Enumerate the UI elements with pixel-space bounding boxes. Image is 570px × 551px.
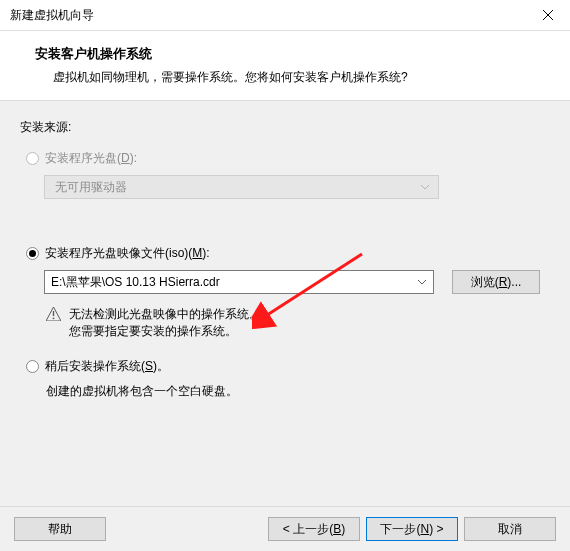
chevron-down-icon: [420, 182, 430, 192]
warning-line2: 您需要指定要安装的操作系统。: [69, 323, 261, 340]
radio-install-later[interactable]: 稍后安装操作系统(S)。: [26, 358, 550, 375]
help-button[interactable]: 帮助: [14, 517, 106, 541]
next-button[interactable]: 下一步(N) >: [366, 517, 458, 541]
radio-label-disc: 安装程序光盘(D):: [45, 150, 137, 167]
radio-icon: [26, 247, 39, 260]
radio-label-iso: 安装程序光盘映像文件(iso)(M):: [45, 245, 210, 262]
later-hint: 创建的虚拟机将包含一个空白硬盘。: [46, 383, 550, 400]
back-button[interactable]: < 上一步(B): [268, 517, 360, 541]
iso-path-value: E:\黑苹果\OS 10.13 HSierra.cdr: [51, 274, 220, 291]
warning-icon: [46, 307, 61, 324]
wizard-footer: 帮助 < 上一步(B) 下一步(N) > 取消: [0, 506, 570, 551]
browse-button[interactable]: 浏览(R)...: [452, 270, 540, 294]
source-label: 安装来源:: [20, 119, 550, 136]
wizard-body: 安装来源: 安装程序光盘(D): 无可用驱动器 安装程序光盘映像文件(iso)(…: [0, 101, 570, 400]
radio-label-later: 稍后安装操作系统(S)。: [45, 358, 169, 375]
close-icon: [543, 10, 553, 20]
disc-drive-text: 无可用驱动器: [55, 179, 127, 196]
radio-icon: [26, 152, 39, 165]
chevron-down-icon[interactable]: [417, 277, 427, 287]
iso-path-combo[interactable]: E:\黑苹果\OS 10.13 HSierra.cdr: [44, 270, 434, 294]
window-title: 新建虚拟机向导: [10, 7, 94, 24]
radio-iso-file[interactable]: 安装程序光盘映像文件(iso)(M):: [26, 245, 550, 262]
cancel-button[interactable]: 取消: [464, 517, 556, 541]
warning-line1: 无法检测此光盘映像中的操作系统。: [69, 306, 261, 323]
radio-installer-disc: 安装程序光盘(D):: [26, 150, 550, 167]
radio-icon: [26, 360, 39, 373]
page-title: 安装客户机操作系统: [35, 45, 545, 63]
svg-point-3: [53, 317, 55, 319]
wizard-header: 安装客户机操作系统 虚拟机如同物理机，需要操作系统。您将如何安装客户机操作系统?: [0, 31, 570, 101]
titlebar: 新建虚拟机向导: [0, 0, 570, 31]
close-button[interactable]: [525, 0, 570, 30]
page-subtitle: 虚拟机如同物理机，需要操作系统。您将如何安装客户机操作系统?: [53, 69, 545, 86]
disc-drive-select: 无可用驱动器: [44, 175, 439, 199]
